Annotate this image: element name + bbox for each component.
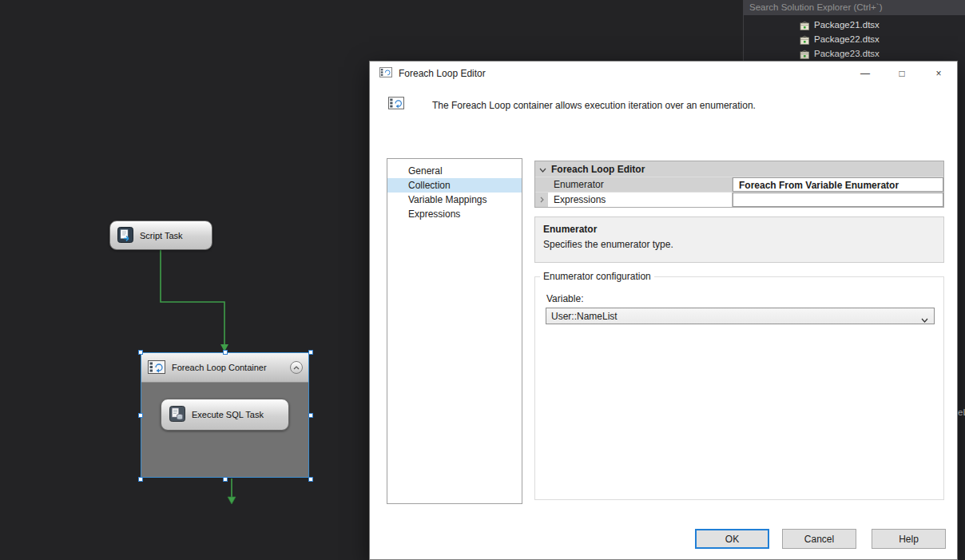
- variable-dropdown-value: User::NameList: [551, 311, 618, 322]
- property-grid-category-label: Foreach Loop Editor: [551, 164, 645, 175]
- property-grid: Foreach Loop Editor Enumerator Foreach F…: [534, 161, 944, 208]
- script-task-label: Script Task: [140, 231, 183, 240]
- close-button[interactable]: ×: [920, 62, 957, 85]
- property-grid-category-row[interactable]: Foreach Loop Editor: [535, 161, 943, 177]
- script-task-icon: [117, 227, 133, 244]
- nav-item-variable-mappings[interactable]: Variable Mappings: [387, 193, 522, 207]
- tree-item-package21[interactable]: Package21.dtsx: [744, 18, 965, 32]
- tree-item-package22[interactable]: Package22.dtsx: [744, 32, 965, 46]
- selection-handle[interactable]: [138, 477, 143, 482]
- dialog-nav-list: General Collection Variable Mappings Exp…: [387, 158, 522, 504]
- nav-item-general[interactable]: General: [387, 164, 522, 178]
- variable-label: Variable:: [546, 293, 583, 304]
- collapse-chevron-button[interactable]: [290, 361, 303, 374]
- selection-handle[interactable]: [138, 413, 143, 418]
- property-row-enumerator: Enumerator Foreach From Variable Enumera…: [535, 177, 943, 192]
- foreach-loop-container-node[interactable]: Foreach Loop Container Execute SQL Task: [141, 352, 309, 478]
- chevron-down-icon: [539, 164, 546, 175]
- clipped-text-fragment: eL: [958, 407, 965, 417]
- execute-sql-task-icon: [169, 406, 185, 423]
- tree-item-package23[interactable]: Package23.dtsx: [744, 46, 965, 61]
- property-row-expressions: Expressions: [535, 192, 943, 207]
- help-button[interactable]: Help: [872, 529, 946, 549]
- foreach-loop-editor-dialog: Foreach Loop Editor — □ × The Foreach Lo…: [369, 61, 958, 560]
- design-surface: Script Task Foreach Loop Container: [0, 0, 965, 560]
- nav-item-expressions[interactable]: Expressions: [387, 207, 522, 221]
- foreach-container-label: Foreach Loop Container: [172, 363, 267, 372]
- execute-sql-task-node[interactable]: Execute SQL Task: [161, 399, 289, 431]
- expand-chevron-icon[interactable]: [535, 193, 548, 207]
- dialog-description: The Foreach Loop container allows execut…: [432, 100, 756, 111]
- ok-button[interactable]: OK: [695, 529, 769, 549]
- dialog-title: Foreach Loop Editor: [399, 68, 486, 79]
- property-value-cell[interactable]: [733, 193, 943, 207]
- help-panel-title: Enumerator: [543, 224, 935, 235]
- foreach-container-header: Foreach Loop Container: [141, 353, 308, 383]
- foreach-loop-icon: [388, 97, 404, 112]
- selection-handle[interactable]: [223, 477, 228, 482]
- help-panel-text: Specifies the enumerator type.: [543, 239, 935, 250]
- package-icon: [800, 34, 810, 45]
- chevron-down-icon: [921, 314, 928, 325]
- package-icon: [800, 49, 810, 59]
- property-help-panel: Enumerator Specifies the enumerator type…: [534, 216, 944, 263]
- cancel-button[interactable]: Cancel: [782, 529, 856, 549]
- window-controls: — □ ×: [847, 62, 957, 85]
- property-name-cell[interactable]: Expressions: [548, 193, 733, 207]
- foreach-loop-icon: [379, 67, 392, 80]
- solution-explorer-search-input[interactable]: Search Solution Explorer (Ctrl+`): [744, 0, 965, 15]
- tree-item-label: Package22.dtsx: [814, 34, 880, 44]
- enumerator-configuration-group: Enumerator configuration Variable: User:…: [534, 276, 944, 500]
- tree-item-label: Package23.dtsx: [814, 49, 880, 58]
- selection-handle[interactable]: [223, 350, 228, 355]
- foreach-loop-icon: [148, 360, 165, 375]
- minimize-button[interactable]: —: [847, 62, 884, 85]
- maximize-button[interactable]: □: [884, 62, 920, 85]
- property-name-cell[interactable]: Enumerator: [548, 177, 733, 192]
- dialog-titlebar: Foreach Loop Editor — □ ×: [370, 62, 957, 85]
- tree-item-label: Package21.dtsx: [814, 20, 880, 30]
- execute-sql-task-label: Execute SQL Task: [192, 410, 264, 419]
- variable-dropdown[interactable]: User::NameList: [546, 308, 935, 324]
- property-value-cell[interactable]: Foreach From Variable Enumerator: [733, 177, 943, 192]
- selection-handle[interactable]: [308, 477, 313, 482]
- selection-handle[interactable]: [308, 350, 313, 355]
- script-task-node[interactable]: Script Task: [109, 220, 212, 250]
- selection-handle[interactable]: [138, 350, 143, 355]
- groupbox-legend: Enumerator configuration: [540, 271, 654, 282]
- package-icon: [800, 20, 810, 30]
- selection-handle[interactable]: [308, 413, 313, 418]
- nav-item-collection[interactable]: Collection: [387, 178, 522, 193]
- row-gutter: [535, 177, 548, 192]
